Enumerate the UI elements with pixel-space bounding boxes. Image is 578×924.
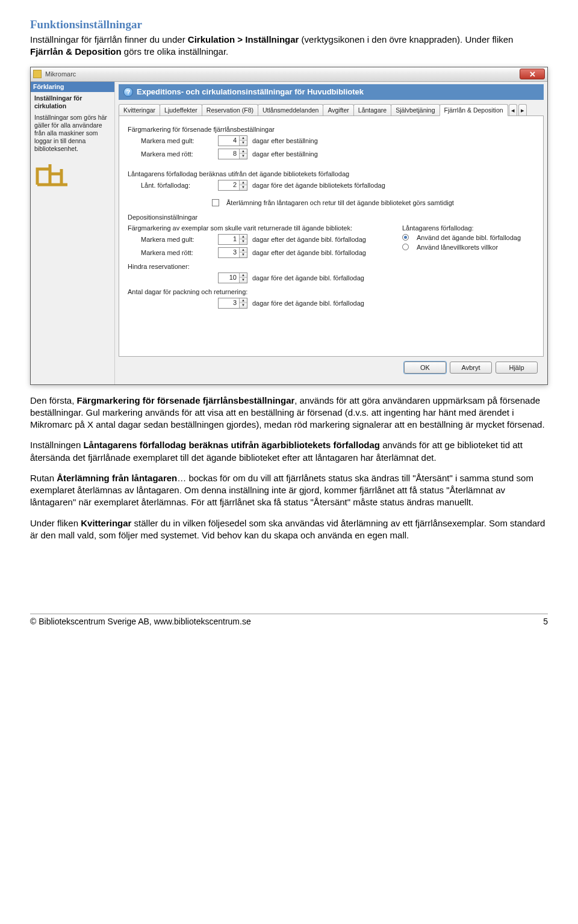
input-packing-days[interactable]: 3 ▲▼	[218, 298, 247, 309]
value: 1	[219, 235, 239, 244]
checkbox-label: Återlämning från låntagaren och retur ti…	[226, 199, 454, 206]
radio-use-loan-terms[interactable]	[402, 244, 409, 250]
text: (verktygsikonen i den övre knappraden). …	[299, 34, 513, 45]
sidebar-subheader: Inställningar för cirkulation	[34, 94, 111, 110]
chevron-down-icon[interactable]: ▼	[240, 253, 247, 257]
suffix-label: dagar efter det ägande bibl. förfallodag	[252, 249, 366, 256]
body-paragraph: Den första, Färgmarkering för försenade …	[30, 395, 548, 431]
dialog-title: ? Expeditions- och cirkulationsinställni…	[119, 84, 544, 100]
tab-scroll-right[interactable]: ▸	[518, 104, 527, 116]
label-packing-days: Antal dagar för packning och returnering…	[128, 288, 247, 295]
tab-avgifter[interactable]: Avgifter	[323, 104, 353, 116]
tab-lantagare[interactable]: Låntagare	[353, 104, 391, 116]
help-icon: ?	[123, 87, 133, 97]
chevron-down-icon[interactable]: ▼	[240, 239, 247, 244]
suffix-label: dagar före det ägande bibl. förfallodag	[252, 274, 364, 282]
label-mark-red: Markera med rött:	[141, 249, 213, 256]
body-paragraph: Under fliken Kvitteringar ställer du in …	[30, 517, 548, 542]
text: görs tre olika inställningar.	[122, 46, 229, 57]
input-red-days[interactable]: 8 ▲▼	[218, 149, 247, 159]
sidebar-header: Förklaring	[31, 82, 114, 92]
label-dep-colormark: Färgmarkering av exemplar som skulle var…	[128, 224, 366, 232]
tab-scroll-left[interactable]: ◂	[509, 104, 517, 116]
section-color-marking-orders: Färgmarkering för försenade fjärrlånsbes…	[128, 126, 535, 133]
intro-paragraph: Inställningar för fjärrlån finner du und…	[30, 34, 548, 58]
help-button[interactable]: Hjälp	[496, 362, 538, 374]
spinner[interactable]: ▲▼	[239, 136, 247, 146]
text: Under fliken	[30, 518, 81, 528]
body-paragraph: Rutan Återlämning från låntagaren… bocka…	[30, 472, 548, 509]
radio-use-owner-due[interactable]	[402, 234, 409, 241]
input-block-reservations[interactable]: 10 ▲▼	[218, 273, 247, 283]
radio-label: Använd lånevillkorets villkor	[417, 244, 498, 251]
tab-sjalvbetjaning[interactable]: Självbetjäning	[391, 104, 440, 116]
chevron-down-icon[interactable]: ▼	[240, 154, 247, 159]
decorative-glyph-icon	[34, 161, 70, 187]
chevron-down-icon[interactable]: ▼	[240, 141, 247, 146]
label-borrower-due-title: Låntagarens förfallodag:	[402, 224, 521, 232]
label-borrower-due: Lånt. förfallodag:	[141, 182, 213, 189]
spinner[interactable]: ▲▼	[239, 248, 247, 257]
checkbox-return-same-time[interactable]	[212, 199, 219, 206]
text-bold: Kvitteringar	[81, 518, 131, 528]
chevron-up-icon[interactable]: ▲	[240, 149, 247, 154]
chevron-up-icon[interactable]: ▲	[240, 180, 247, 185]
label-block-reservations: Hindra reservationer:	[128, 263, 190, 270]
tab-kvitteringar[interactable]: Kvitteringar	[119, 104, 160, 116]
spinner[interactable]: ▲▼	[239, 180, 247, 190]
tab-ljudeffekter[interactable]: Ljudeffekter	[160, 104, 202, 116]
text: Inställningar för fjärrlån finner du und…	[30, 34, 188, 45]
tab-bar: Kvitteringar Ljudeffekter Reservation (F…	[119, 103, 544, 116]
app-window: Mikromarc ✕ Förklaring Inställningar för…	[30, 67, 548, 385]
titlebar: Mikromarc ✕	[31, 67, 547, 82]
suffix-label: dagar efter beställning	[252, 137, 318, 144]
button-bar: OK Avbryt Hjälp	[119, 357, 544, 380]
chevron-up-icon[interactable]: ▲	[240, 235, 247, 239]
suffix-label: dagar före det ägande bibliotekets förfa…	[252, 182, 385, 189]
value: 3	[219, 298, 239, 308]
chevron-down-icon[interactable]: ▼	[240, 278, 247, 283]
ok-button[interactable]: OK	[404, 362, 446, 374]
sidebar-description: Inställningar som görs här gäller för al…	[34, 114, 111, 153]
help-sidebar: Förklaring Inställningar för cirkulation…	[31, 82, 115, 384]
input-yellow-days[interactable]: 4 ▲▼	[218, 135, 247, 146]
text: Den första,	[30, 395, 77, 405]
tab-fjarrlan-deposition[interactable]: Fjärrlån & Deposition	[440, 104, 508, 116]
spinner[interactable]: ▲▼	[239, 235, 247, 244]
tab-utlansmeddelanden[interactable]: Utlånsmeddelanden	[258, 104, 323, 116]
window-title: Mikromarc	[45, 70, 520, 78]
input-borrower-due[interactable]: 2 ▲▼	[218, 180, 247, 191]
text-bold: Låntagarens förfallodag beräknas utifrån…	[83, 440, 380, 450]
section-due-calc: Låntagarens förfallodag beräknas utifrån…	[128, 170, 535, 177]
chevron-down-icon[interactable]: ▼	[240, 185, 247, 190]
chevron-up-icon[interactable]: ▲	[240, 136, 247, 141]
value: 8	[219, 149, 239, 159]
suffix-label: dagar före det ägande bibl. förfallodag	[252, 300, 364, 307]
text: Rutan	[30, 473, 57, 483]
cancel-button[interactable]: Avbryt	[450, 362, 492, 374]
footer-copyright: © Bibliotekscentrum Sverige AB, www.bibl…	[30, 617, 251, 626]
spinner[interactable]: ▲▼	[239, 273, 247, 283]
input-dep-red[interactable]: 3 ▲▼	[218, 247, 247, 258]
close-button[interactable]: ✕	[520, 69, 545, 79]
text-bold: Färgmarkering för försenade fjärrlånsbes…	[77, 395, 295, 405]
dialog-title-text: Expeditions- och cirkulationsinställning…	[137, 87, 364, 96]
tab-reservation[interactable]: Reservation (F8)	[202, 104, 258, 116]
spinner[interactable]: ▲▼	[239, 149, 247, 159]
radio-label: Använd det ägande bibl. förfallodag	[417, 234, 521, 241]
value: 2	[219, 180, 239, 190]
text-bold: Cirkulation > Inställningar	[188, 34, 299, 45]
chevron-up-icon[interactable]: ▲	[240, 298, 247, 303]
suffix-label: dagar efter beställning	[252, 150, 318, 158]
settings-panel: Färgmarkering för försenade fjärrlånsbes…	[119, 116, 544, 357]
label-mark-yellow: Markera med gult:	[141, 137, 213, 144]
chevron-up-icon[interactable]: ▲	[240, 273, 247, 278]
app-icon	[33, 70, 42, 78]
input-dep-yellow[interactable]: 1 ▲▼	[218, 234, 247, 245]
spinner[interactable]: ▲▼	[239, 298, 247, 308]
value: 4	[219, 136, 239, 146]
text: Inställningen	[30, 440, 83, 450]
chevron-up-icon[interactable]: ▲	[240, 248, 247, 253]
label-mark-yellow: Markera med gult:	[141, 236, 213, 243]
chevron-down-icon[interactable]: ▼	[240, 303, 247, 308]
